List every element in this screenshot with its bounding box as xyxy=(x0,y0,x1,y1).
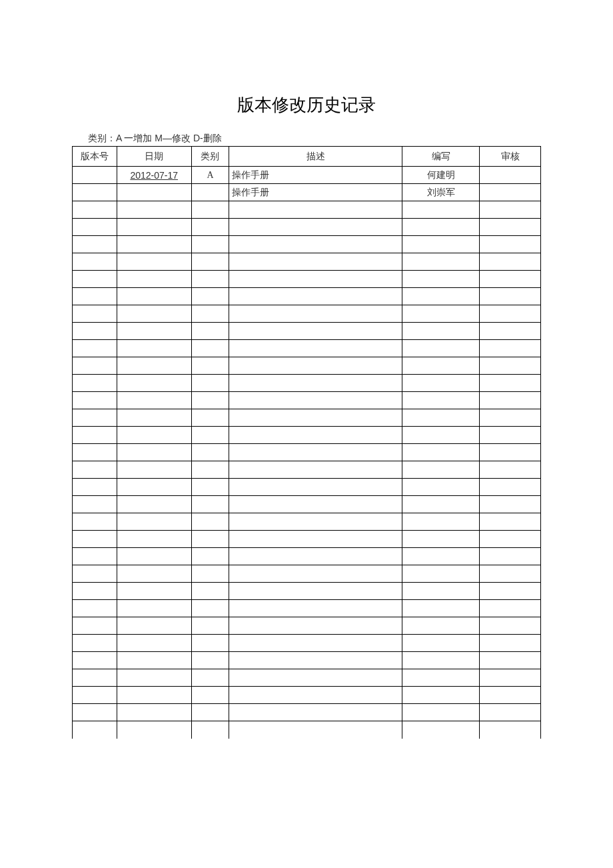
cell-version xyxy=(73,236,117,253)
cell-author xyxy=(402,375,480,392)
table-row xyxy=(73,635,541,652)
cell-version xyxy=(73,288,117,305)
cell-author xyxy=(402,600,480,617)
table-row xyxy=(73,409,541,427)
cell-author xyxy=(402,548,480,565)
table-row xyxy=(73,305,541,323)
header-author: 编写 xyxy=(402,147,480,167)
cell-date xyxy=(117,565,191,583)
cell-reviewer xyxy=(480,721,541,739)
cell-description xyxy=(229,479,402,496)
cell-description xyxy=(229,687,402,704)
cell-author xyxy=(402,461,480,479)
cell-author xyxy=(402,236,480,253)
cell-author xyxy=(402,669,480,687)
table-row xyxy=(73,531,541,548)
table-row xyxy=(73,392,541,409)
cell-category xyxy=(191,687,229,704)
cell-category xyxy=(191,600,229,617)
cell-description xyxy=(229,305,402,323)
cell-date xyxy=(117,479,191,496)
cell-version xyxy=(73,444,117,461)
cell-reviewer xyxy=(480,669,541,687)
cell-description xyxy=(229,271,402,288)
history-table: 版本号 日期 类别 描述 编写 审核 2012-07-17A操作手册何建明操作手… xyxy=(72,146,541,739)
cell-author xyxy=(402,652,480,669)
table-row xyxy=(73,201,541,219)
cell-version xyxy=(73,479,117,496)
cell-category xyxy=(191,305,229,323)
cell-author xyxy=(402,513,480,531)
cell-description xyxy=(229,392,402,409)
cell-version xyxy=(73,392,117,409)
cell-reviewer xyxy=(480,392,541,409)
cell-version xyxy=(73,375,117,392)
cell-author xyxy=(402,357,480,375)
table-row xyxy=(73,323,541,340)
cell-version xyxy=(73,600,117,617)
header-version: 版本号 xyxy=(73,147,117,167)
cell-category xyxy=(191,392,229,409)
cell-description xyxy=(229,513,402,531)
table-row xyxy=(73,687,541,704)
table-row xyxy=(73,479,541,496)
table-row xyxy=(73,548,541,565)
cell-category xyxy=(191,340,229,357)
cell-author xyxy=(402,687,480,704)
cell-version xyxy=(73,409,117,427)
cell-version xyxy=(73,323,117,340)
cell-category xyxy=(191,461,229,479)
cell-date xyxy=(117,271,191,288)
table-row xyxy=(73,236,541,253)
cell-category xyxy=(191,201,229,219)
cell-description xyxy=(229,357,402,375)
cell-date xyxy=(117,652,191,669)
cell-category xyxy=(191,219,229,236)
cell-date xyxy=(117,548,191,565)
cell-author: 刘崇军 xyxy=(402,184,480,201)
cell-reviewer xyxy=(480,357,541,375)
cell-author xyxy=(402,201,480,219)
cell-category xyxy=(191,409,229,427)
cell-category xyxy=(191,479,229,496)
cell-reviewer xyxy=(480,219,541,236)
cell-description xyxy=(229,288,402,305)
cell-date xyxy=(117,617,191,635)
cell-reviewer xyxy=(480,271,541,288)
table-row xyxy=(73,513,541,531)
cell-category xyxy=(191,635,229,652)
cell-description xyxy=(229,583,402,600)
cell-description xyxy=(229,565,402,583)
cell-description xyxy=(229,323,402,340)
table-row xyxy=(73,444,541,461)
cell-description xyxy=(229,617,402,635)
cell-description xyxy=(229,375,402,392)
cell-category xyxy=(191,652,229,669)
table-row xyxy=(73,600,541,617)
cell-reviewer xyxy=(480,340,541,357)
cell-reviewer xyxy=(480,496,541,513)
cell-author xyxy=(402,305,480,323)
cell-reviewer xyxy=(480,409,541,427)
cell-date xyxy=(117,531,191,548)
cell-category xyxy=(191,704,229,721)
table-row xyxy=(73,652,541,669)
cell-reviewer xyxy=(480,305,541,323)
cell-version xyxy=(73,565,117,583)
cell-description: 操作手册 xyxy=(229,184,402,201)
cell-description xyxy=(229,219,402,236)
cell-author: 何建明 xyxy=(402,167,480,184)
cell-version xyxy=(73,687,117,704)
cell-category xyxy=(191,513,229,531)
cell-description xyxy=(229,427,402,444)
header-category: 类别 xyxy=(191,147,229,167)
cell-date xyxy=(117,444,191,461)
cell-reviewer xyxy=(480,652,541,669)
cell-author xyxy=(402,496,480,513)
cell-version xyxy=(73,461,117,479)
cell-date xyxy=(117,583,191,600)
cell-date: 2012-07-17 xyxy=(117,167,191,184)
cell-reviewer xyxy=(480,600,541,617)
cell-category xyxy=(191,444,229,461)
cell-author xyxy=(402,444,480,461)
